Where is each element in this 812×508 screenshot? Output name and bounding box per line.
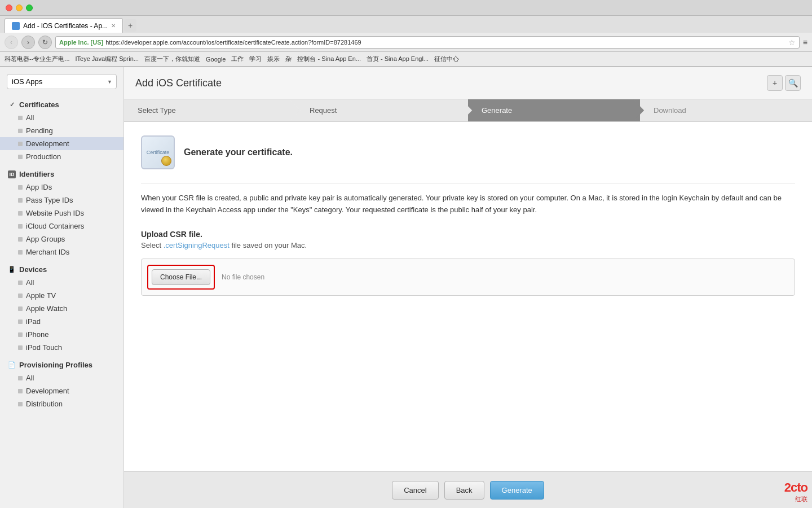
step-download[interactable]: Download — [640, 99, 812, 121]
content-area: Add iOS Certificate + 🔍 Select Type Requ… — [124, 67, 812, 508]
tab-bar: Add - iOS Certificates - Ap... ✕ + — [0, 16, 812, 33]
search-button[interactable]: 🔍 — [785, 75, 801, 91]
sidebar-item-ipod-touch[interactable]: iPod Touch — [0, 341, 123, 354]
bookmark-item[interactable]: 首页 - Sina App Engl... — [367, 55, 429, 63]
bookmark-item[interactable]: ITeye Java编程 Sprin... — [76, 55, 139, 63]
maximize-button[interactable] — [26, 5, 33, 11]
bookmark-item[interactable]: Google — [206, 56, 226, 63]
item-dot — [18, 250, 23, 255]
sidebar-item-label: iCloud Containers — [26, 222, 84, 230]
item-dot — [18, 319, 23, 324]
sidebar-item-ipad[interactable]: iPad — [0, 315, 123, 328]
sidebar-item-icloud-containers[interactable]: iCloud Containers — [0, 220, 123, 233]
sidebar-item-label: iPad — [26, 317, 41, 326]
sidebar-item-label: Apple TV — [26, 291, 56, 300]
step-generate[interactable]: Generate — [468, 99, 640, 121]
sidebar-item-label: Production — [26, 152, 61, 161]
sidebar-item-all-profiles[interactable]: All — [0, 371, 123, 384]
devices-header: 📱 Devices — [0, 263, 123, 276]
choose-file-button[interactable]: Choose File... — [152, 269, 210, 285]
back-button[interactable]: Back — [444, 481, 484, 500]
cert-coin-decoration — [161, 156, 171, 166]
file-upload-highlight: Choose File... — [147, 265, 215, 290]
add-button[interactable]: + — [767, 75, 783, 91]
item-dot — [18, 332, 23, 337]
sidebar-item-all-devices[interactable]: All — [0, 276, 123, 289]
item-dot — [18, 198, 23, 203]
sidebar-item-dist-profiles[interactable]: Distribution — [0, 397, 123, 410]
identifiers-section: ID Identifiers App IDs Pass Type IDs Web… — [0, 168, 123, 259]
bookmark-item[interactable]: 征信中心 — [434, 55, 459, 63]
step-select-type[interactable]: Select Type — [124, 99, 296, 121]
sidebar-item-label: Pass Type IDs — [26, 196, 73, 204]
refresh-button[interactable]: ↻ — [38, 36, 52, 49]
sidebar-item-iphone[interactable]: iPhone — [0, 328, 123, 341]
certificates-icon: ✓ — [8, 101, 16, 109]
item-dot — [18, 402, 23, 406]
generate-button[interactable]: Generate — [490, 481, 544, 500]
provisioning-profiles-header: 📄 Provisioning Profiles — [0, 358, 123, 371]
step-request[interactable]: Request — [296, 99, 468, 121]
step-label: Generate — [477, 106, 512, 115]
file-upload-area: Choose File... No file chosen — [141, 259, 795, 296]
new-tab-button[interactable]: + — [124, 19, 136, 32]
certificates-section: ✓ Certificates All Pending Development P… — [0, 98, 123, 163]
bookmark-item[interactable]: 控制台 - Sina App En... — [297, 55, 361, 63]
identifiers-icon: ID — [8, 170, 16, 178]
browser-menu-button[interactable]: ≡ — [803, 38, 807, 47]
address-secure-indicator: Apple Inc. [US] — [59, 39, 103, 46]
sidebar-item-merchant-ids[interactable]: Merchant IDs — [0, 246, 123, 259]
sidebar-item-apple-watch[interactable]: Apple Watch — [0, 302, 123, 315]
devices-section: 📱 Devices All Apple TV Apple Watch iPad — [0, 263, 123, 354]
ios-apps-dropdown[interactable]: iOS Apps Mac Apps — [7, 74, 117, 89]
item-dot — [18, 281, 23, 285]
cert-icon-text: Certificate — [147, 150, 170, 156]
cert-signing-request-link[interactable]: .certSigningRequest — [164, 241, 230, 249]
sidebar-item-app-groups[interactable]: App Groups — [0, 233, 123, 246]
back-button[interactable]: ‹ — [5, 36, 18, 49]
sidebar-item-pending[interactable]: Pending — [0, 124, 123, 137]
sidebar-item-development[interactable]: Development — [0, 137, 123, 150]
sidebar-item-label: iPod Touch — [26, 343, 62, 352]
cancel-button[interactable]: Cancel — [392, 481, 438, 500]
sidebar-item-label: Pending — [26, 126, 53, 135]
bookmark-item[interactable]: 工作 — [231, 55, 244, 63]
bookmarks-bar: 科茗电器--专业生产电... ITeye Java编程 Sprin... 百度一… — [0, 52, 812, 67]
item-dot — [18, 345, 23, 350]
bookmark-item[interactable]: 科茗电器--专业生产电... — [5, 55, 70, 63]
bookmark-item[interactable]: 娱乐 — [267, 55, 280, 63]
bookmark-star-icon[interactable]: ☆ — [788, 38, 796, 47]
minimize-button[interactable] — [16, 5, 23, 11]
certificates-header: ✓ Certificates — [0, 98, 123, 111]
sidebar-item-dev-profiles[interactable]: Development — [0, 384, 123, 397]
file-name-display: No file chosen — [222, 273, 789, 281]
address-bar[interactable]: Apple Inc. [US] https://developer.apple.… — [55, 36, 800, 49]
sidebar-item-label: Development — [26, 139, 69, 148]
sidebar-item-label: App IDs — [26, 183, 52, 191]
sidebar-item-label: Website Push IDs — [26, 209, 84, 217]
sidebar-item-all-certs[interactable]: All — [0, 111, 123, 124]
sidebar-item-app-ids[interactable]: App IDs — [0, 181, 123, 194]
forward-button[interactable]: › — [21, 36, 35, 49]
item-dot — [18, 142, 23, 146]
sidebar-item-pass-type-ids[interactable]: Pass Type IDs — [0, 194, 123, 207]
close-button[interactable] — [6, 5, 12, 11]
generate-header: Certificate Generate your certificate. — [141, 135, 795, 169]
tab-close-icon[interactable]: ✕ — [111, 23, 116, 29]
platform-select[interactable]: iOS Apps Mac Apps — [7, 74, 117, 89]
certificate-icon: Certificate — [141, 135, 175, 169]
sidebar-item-website-push-ids[interactable]: Website Push IDs — [0, 207, 123, 220]
bookmark-item[interactable]: 学习 — [249, 55, 262, 63]
bookmark-item[interactable]: 杂 — [285, 55, 292, 63]
nav-bar: ‹ › ↻ Apple Inc. [US] https://developer.… — [0, 33, 812, 52]
sidebar-item-production[interactable]: Production — [0, 150, 123, 163]
step-label: Select Type — [133, 106, 176, 115]
step-label: Request — [305, 106, 337, 115]
active-tab[interactable]: Add - iOS Certificates - Ap... ✕ — [5, 18, 123, 33]
sidebar-item-label: All — [26, 278, 34, 287]
main-window: iOS Apps Mac Apps ✓ Certificates All Pen… — [0, 67, 812, 508]
sidebar: iOS Apps Mac Apps ✓ Certificates All Pen… — [0, 67, 124, 508]
bookmark-item[interactable]: 百度一下，你就知道 — [144, 55, 200, 63]
sidebar-item-label: Development — [26, 387, 69, 395]
sidebar-item-apple-tv[interactable]: Apple TV — [0, 289, 123, 302]
